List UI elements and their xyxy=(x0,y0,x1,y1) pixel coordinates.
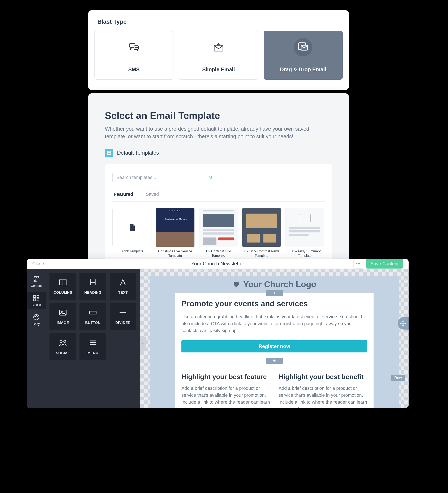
email-section-selected[interactable]: + Promote your events and services Use a… xyxy=(175,293,374,361)
side-label: Blocks xyxy=(32,303,41,306)
svg-point-10 xyxy=(209,176,212,178)
default-templates-accordion[interactable]: Default Templates xyxy=(105,149,332,157)
search-templates[interactable] xyxy=(112,172,217,183)
promo-heading[interactable]: Promote your events and services xyxy=(181,299,367,308)
drag-drop-email-icon xyxy=(294,38,312,56)
add-below-button[interactable]: + xyxy=(266,358,283,364)
svg-rect-12 xyxy=(36,276,39,278)
tool-divider[interactable]: DIVIDER xyxy=(110,303,136,330)
tool-label: TEXT xyxy=(118,291,128,295)
select-template-heading: Select an Email Template xyxy=(105,110,332,121)
email-columns[interactable]: Highlight your best feature Add a brief … xyxy=(175,361,374,408)
template-name: 1:2 Contrast Grid Template xyxy=(199,249,238,258)
tool-button[interactable]: BUTTON xyxy=(79,303,106,330)
svg-rect-9 xyxy=(107,151,111,155)
template-card[interactable]: ▲▲▲▲▲▲▲▲ Christmas Eve Service Christmas… xyxy=(156,208,195,258)
simple-email-icon xyxy=(209,38,228,56)
col-heading[interactable]: Highlight your best feature xyxy=(181,373,270,381)
editor-card: Close Your Church Newsletter ••• Save Co… xyxy=(27,259,409,408)
email-preview: Your Church Logo + Promote your events a… xyxy=(150,276,399,408)
template-card[interactable]: 1:1 Weekly Summary Template xyxy=(285,208,324,258)
tool-label: DIVIDER xyxy=(115,321,130,325)
svg-point-25 xyxy=(60,340,62,343)
search-input[interactable] xyxy=(116,175,208,180)
editor-topbar: Close Your Church Newsletter ••• Save Co… xyxy=(27,259,409,269)
cta-button[interactable]: Register now xyxy=(181,340,367,352)
svg-rect-16 xyxy=(37,299,39,301)
move-handle[interactable] xyxy=(398,317,409,330)
templates-icon xyxy=(105,149,113,157)
side-content[interactable]: Content xyxy=(27,272,46,290)
tool-label: MENU xyxy=(88,351,98,355)
collapse-panel-handle[interactable] xyxy=(140,336,146,351)
add-above-button[interactable]: + xyxy=(266,290,283,296)
tool-columns[interactable]: COLUMNS xyxy=(49,273,76,300)
blast-options: SMS Simple Email Drag & D xyxy=(94,31,343,80)
svg-point-18 xyxy=(35,316,35,317)
search-icon xyxy=(208,175,213,180)
svg-point-20 xyxy=(37,316,38,317)
side-blocks[interactable]: Blocks xyxy=(27,291,46,309)
tool-label: COLUMNS xyxy=(54,291,72,295)
template-card[interactable]: Blank Template xyxy=(112,208,151,258)
template-card[interactable]: 1:2 Dark Contrast News Template xyxy=(242,208,281,258)
blast-option-sms[interactable]: SMS xyxy=(94,31,173,80)
svg-point-4 xyxy=(138,47,138,48)
template-thumb xyxy=(285,208,324,247)
template-grid: Blank Template ▲▲▲▲▲▲▲▲ Christmas Eve Se… xyxy=(112,208,325,258)
sms-icon xyxy=(125,38,143,56)
select-template-card: Select an Email Template Whether you wan… xyxy=(88,93,349,265)
svg-rect-5 xyxy=(214,45,223,51)
template-tabs: Featured Saved xyxy=(112,191,325,202)
tool-label: BUTTON xyxy=(85,321,101,325)
more-button[interactable]: ••• xyxy=(353,259,363,269)
blast-option-simple-email[interactable]: Simple Email xyxy=(179,31,258,80)
template-card[interactable]: 1:2 Contrast Grid Template xyxy=(199,208,238,258)
close-button[interactable]: Close xyxy=(32,261,44,266)
col-text[interactable]: Add a brief description for a product or… xyxy=(279,385,367,408)
side-label: Content xyxy=(31,284,42,287)
tool-heading[interactable]: HEADING xyxy=(79,273,106,300)
svg-rect-15 xyxy=(34,299,36,301)
tool-text[interactable]: TEXT xyxy=(110,273,136,300)
col-heading[interactable]: Highlight your best benefit xyxy=(279,373,367,381)
tool-label: SOCIAL xyxy=(56,351,70,355)
col-text[interactable]: Add a brief description for a product or… xyxy=(181,385,270,408)
blast-option-drag-drop[interactable]: Drag & Drop Email xyxy=(264,31,343,80)
email-col-1[interactable]: Highlight your best feature Add a brief … xyxy=(181,373,270,408)
side-body[interactable]: Body xyxy=(27,311,46,328)
template-thumb: ▲▲▲▲▲▲▲▲ Christmas Eve Service xyxy=(156,208,195,247)
tab-saved[interactable]: Saved xyxy=(145,191,160,202)
save-content-button[interactable]: Save Content xyxy=(366,259,403,269)
template-thumb xyxy=(199,208,238,247)
editor-canvas[interactable]: Row Your Church Logo + Promote your even… xyxy=(140,269,409,408)
editor-siderail: Content Blocks Body xyxy=(27,269,46,408)
svg-point-19 xyxy=(36,315,37,316)
template-name: 1:2 Dark Contrast News Template xyxy=(242,249,281,258)
tool-label: IMAGE xyxy=(57,321,69,325)
svg-point-11 xyxy=(34,276,36,278)
tool-image[interactable]: IMAGE xyxy=(49,303,76,330)
tool-social[interactable]: SOCIAL xyxy=(49,333,76,360)
blast-type-card: Blast Type SMS Simple Email xyxy=(88,10,349,90)
blast-option-label: Simple Email xyxy=(202,67,235,73)
blast-type-heading: Blast Type xyxy=(97,18,343,25)
svg-point-6 xyxy=(218,43,219,44)
tab-featured[interactable]: Featured xyxy=(112,191,134,202)
template-name: 1:1 Weekly Summary Template xyxy=(285,249,324,258)
tool-menu[interactable]: MENU xyxy=(79,333,106,360)
blast-option-label: SMS xyxy=(128,67,140,73)
row-badge: Row xyxy=(391,375,405,381)
svg-point-26 xyxy=(64,340,66,343)
side-label: Body xyxy=(33,322,40,325)
template-name: Christmas Eve Service Template xyxy=(156,249,195,258)
heart-icon xyxy=(232,280,240,288)
email-col-2[interactable]: Highlight your best benefit Add a brief … xyxy=(279,373,367,408)
template-name: Blank Template xyxy=(112,249,151,254)
promo-text[interactable]: Use an attention-grabbing headline that … xyxy=(181,313,367,334)
templates-panel: Featured Saved Blank Template ▲▲▲▲▲▲▲▲ C… xyxy=(105,164,332,265)
svg-rect-13 xyxy=(34,295,36,297)
svg-rect-24 xyxy=(90,311,96,314)
editor-tools: COLUMNS HEADING TEXT IMAGE BUTTON DIVIDE… xyxy=(46,269,140,408)
select-template-sub: Whether you want to use a pre-designed d… xyxy=(105,125,329,140)
